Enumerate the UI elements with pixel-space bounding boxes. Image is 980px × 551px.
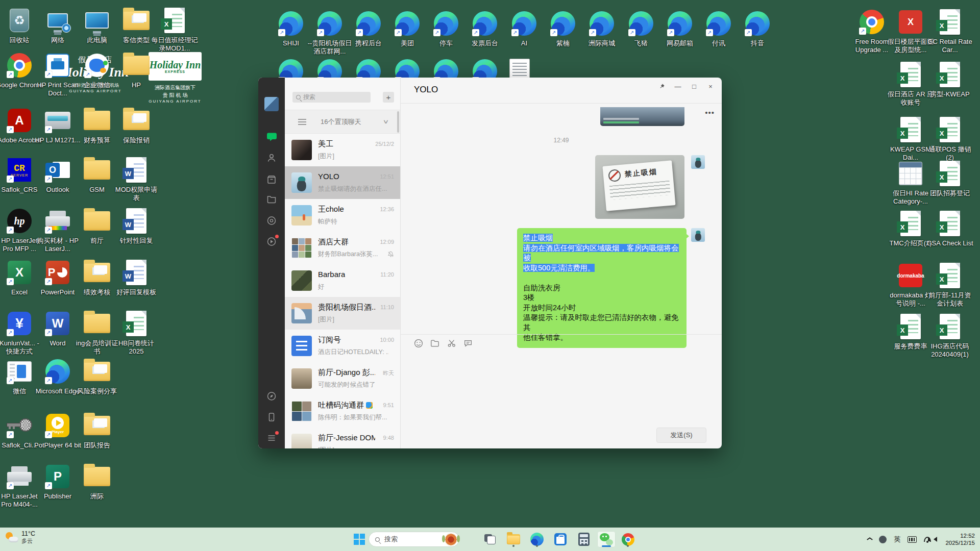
edge-icon: ↗ <box>666 9 694 38</box>
emoji-icon[interactable] <box>413 338 424 348</box>
touch-keyboard-button[interactable] <box>908 536 917 543</box>
chat-time: 9:51 <box>383 402 394 408</box>
task-view-icon <box>484 534 496 544</box>
tray-expand-button[interactable] <box>867 537 872 542</box>
desktop-icon-通联pos-撤销-2[interactable]: X通联POS 撤销(2) <box>926 115 973 162</box>
contact-avatar[interactable] <box>691 228 705 242</box>
close-button[interactable]: × <box>702 80 719 93</box>
sidebar-menu-icon[interactable] <box>266 432 277 443</box>
pin-window-button[interactable] <box>653 80 670 93</box>
desktop-icon-保险报销[interactable]: 保险报销 <box>113 106 160 144</box>
sidebar-phone-icon[interactable] <box>266 411 277 422</box>
taskbar-search[interactable]: 搜索 <box>369 532 459 547</box>
chat-item-酒店大群[interactable]: 酒店大群12:09财务部Barbara张英... <box>285 232 400 264</box>
network-icon <box>43 6 72 35</box>
scanner-icon: ↗ <box>43 106 72 135</box>
desktop-icon-hp[interactable]: HP <box>113 51 160 89</box>
sidebar-chat-icon[interactable] <box>266 131 277 142</box>
chat-item-贵阳机场假日酒[interactable]: 贵阳机场假日酒...11:10[图片] <box>285 297 400 330</box>
sidebar-moments-icon[interactable] <box>266 215 277 226</box>
chat-item-前厅-jessie-dom[interactable]: 前厅-Jessie DOM9:48[图片] <box>285 428 400 448</box>
minimize-button[interactable]: — <box>670 80 686 93</box>
ime-language-indicator[interactable]: 英 <box>894 535 900 544</box>
message-image-partial[interactable] <box>600 107 684 126</box>
desktop-icon-抖音[interactable]: ↗抖音 <box>734 9 781 47</box>
edge-icon: ↗ <box>627 9 655 38</box>
chat-history-icon[interactable] <box>463 338 473 348</box>
maximize-button[interactable]: □ <box>686 80 702 93</box>
user-avatar[interactable] <box>264 97 279 111</box>
tray-app-icon[interactable] <box>879 536 887 543</box>
file-explorer-button[interactable] <box>505 531 522 547</box>
desktop-icon-洲际[interactable]: 洲际 <box>74 462 120 500</box>
shortcut-arrow-icon: ↗ <box>45 71 52 78</box>
desktop-icon-label: 团队报告 <box>74 441 120 449</box>
shortcut-arrow-icon: ↗ <box>395 29 402 36</box>
taskbar-weather-widget[interactable]: 11°C 多云 <box>5 530 35 544</box>
screenshot-scissors-icon[interactable] <box>447 338 457 348</box>
chat-search-input[interactable]: 搜索 <box>292 92 371 103</box>
edge-button[interactable] <box>529 531 545 547</box>
desktop-icon-前厅部-11月资金计划表[interactable]: X前厅部-11月资金计划表 <box>926 261 973 308</box>
desktop-icon-ihg酒店代码20240409-1[interactable]: XIHG酒店代码20240409(1) <box>926 312 973 359</box>
no-smoking-sign: 禁止吸烟 <box>602 160 675 211</box>
chat-name: 订阅号 <box>318 335 341 345</box>
microsoft-store-button[interactable] <box>552 531 569 547</box>
contact-avatar[interactable] <box>691 155 705 169</box>
desktop-icon-风险案例分享[interactable]: 风险案例分享 <box>74 357 120 395</box>
desktop-icon-label: HP <box>113 81 160 89</box>
folder-icon <box>83 462 111 491</box>
wechat-taskbar-button[interactable] <box>597 531 616 547</box>
calculator-button[interactable] <box>576 531 592 547</box>
chat-preview: [图片] <box>318 315 334 324</box>
start-button[interactable] <box>351 531 368 547</box>
keyboard-icon <box>908 536 917 543</box>
desktop-icon-mod权限申请表[interactable]: WMOD权限申请表 <box>113 156 160 202</box>
send-button[interactable]: 发送(S) <box>656 428 706 443</box>
desktop-icon-gsa-check-list[interactable]: XGSA Check List <box>926 209 973 247</box>
chrome-button[interactable] <box>620 531 636 547</box>
sidebar-contacts-icon[interactable] <box>266 152 277 163</box>
sidebar-channels-icon[interactable] <box>266 236 277 247</box>
bubble-line: 3楼 <box>523 293 680 303</box>
sidebar-chat-files-icon[interactable] <box>266 193 277 205</box>
message-bubble-text[interactable]: 禁止吸烟请勿在酒店任何室内区域吸烟，客房内吸烟将会被收取500元清洁费用。 自助… <box>517 228 687 348</box>
add-chat-button[interactable]: + <box>383 92 394 103</box>
task-view-button[interactable] <box>482 531 498 547</box>
folder-icon <box>83 106 111 135</box>
chat-list-scrollbar[interactable] <box>397 111 399 133</box>
publisher-icon: P↗ <box>43 462 72 491</box>
desktop-icon-hb问卷统计2025[interactable]: XHB问卷统计2025 <box>113 309 160 356</box>
chat-item-吐槽码沟通群[interactable]: 吐槽码沟通群9:51陈伟明：如果要我们帮... <box>285 395 400 428</box>
message-image-no-smoking-sign[interactable]: 禁止吸烟 <box>595 155 684 219</box>
search-icon <box>375 537 380 542</box>
desktop-icon-团队报告[interactable]: 团队报告 <box>74 411 120 449</box>
network-volume-button[interactable] <box>924 537 938 542</box>
chat-item-王chole[interactable]: 王chole12:36帕萨特 <box>285 199 400 232</box>
chat-item-前厅-django-彭[interactable]: 前厅-Django 彭...昨天可能发的时候点错了 <box>285 362 400 395</box>
desktop-icon-团队招募登记[interactable]: X团队招募登记 <box>926 159 973 197</box>
chat-item-yolo[interactable]: YOLO12:51禁止吸烟请勿在酒店任... <box>285 166 400 199</box>
excel-file-icon: X <box>936 115 964 144</box>
desktop-icon-每日值班经理记录mod1[interactable]: X每日值班经理记录MOD1... <box>151 6 198 53</box>
pinned-chats-header[interactable]: 16个置顶聊天 ∨ <box>285 110 400 134</box>
chat-name: 王chole <box>318 205 344 214</box>
chat-avatar <box>291 205 312 226</box>
desktop-icon-房型-kweap[interactable]: X房型-KWEAP <box>926 60 973 98</box>
chat-item-美工[interactable]: 美工25/12/2[图片] <box>285 134 400 166</box>
windows-logo-icon <box>354 534 365 545</box>
word-app-icon: W↗ <box>43 309 72 338</box>
chat-item-barbara[interactable]: Barbara11:20好 <box>285 264 400 297</box>
sidebar-favorites-icon[interactable] <box>266 173 277 185</box>
desktop-icon-针对性回复[interactable]: W针对性回复 <box>113 207 160 245</box>
desktop-icon-gc-retail-rate-car[interactable]: XGC Retail Rate Car... <box>926 8 973 54</box>
taskbar-clock[interactable]: 12:52 2025/12/15 <box>945 532 975 546</box>
desktop-icon-label: GSA Check List <box>926 239 973 247</box>
sidebar-miniprogram-icon[interactable] <box>266 390 277 402</box>
clock-time: 12:52 <box>945 532 975 539</box>
desktop-icon-好评回复模板[interactable]: W好评回复模板 <box>113 258 160 296</box>
send-file-icon[interactable] <box>430 338 440 348</box>
chat-more-button[interactable]: ••• <box>705 108 715 117</box>
chat-item-订阅号[interactable]: 订阅号10:00酒店日记HOTELDAILY: ... <box>285 330 400 362</box>
search-highlight-food-icon[interactable] <box>445 533 457 546</box>
